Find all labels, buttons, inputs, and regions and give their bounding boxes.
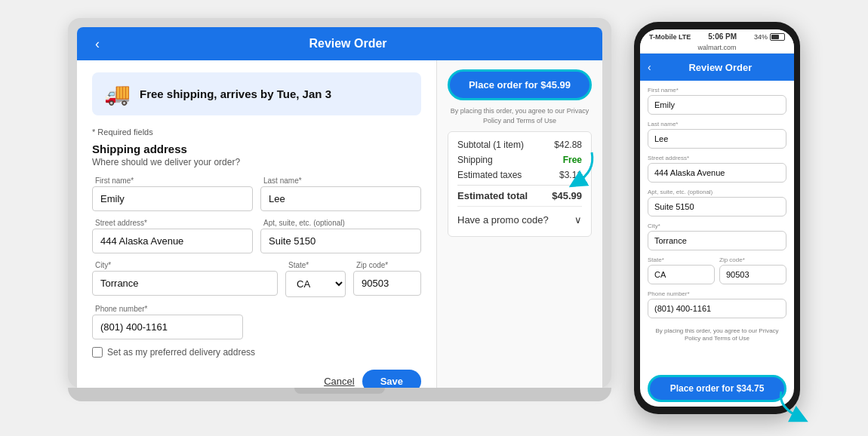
shipping-label: Shipping — [457, 155, 493, 165]
phone-back-button[interactable]: ‹ — [648, 61, 651, 73]
phone-screen: T-Mobile LTE 5:06 PM 34% walmart.com ‹ R… — [640, 29, 794, 407]
page-title: Review Order — [106, 37, 590, 51]
phone-body: T-Mobile LTE 5:06 PM 34% walmart.com ‹ R… — [634, 22, 800, 414]
city-input[interactable] — [92, 271, 278, 296]
preferred-address-label: Set as my preferred delivery address — [107, 347, 255, 358]
battery-icon — [770, 33, 785, 41]
right-panel: Place order for $45.99 By placing this o… — [436, 60, 602, 388]
left-panel: 🚚 Free shipping, arrives by Tue, Jan 3 *… — [77, 60, 436, 388]
phone-terms-text: By placing this order, you agree to our … — [648, 324, 786, 346]
phone-apt-input[interactable] — [648, 197, 786, 216]
phone-apt-field: Apt, suite, etc. (optional) — [648, 189, 786, 216]
street-label: Street address* — [92, 219, 253, 227]
phone-street-input[interactable] — [648, 163, 786, 183]
phone-state-zip-row: State* Zip code* — [648, 256, 786, 290]
street-field: Street address* — [92, 219, 253, 253]
zip-field: Zip code* — [353, 261, 421, 297]
truck-icon: 🚚 — [104, 81, 131, 106]
zip-input[interactable] — [353, 271, 421, 296]
phone-state-field: State* — [648, 256, 715, 284]
phone-row: Phone number* — [92, 305, 421, 339]
laptop-body: ‹ Review Order 🚚 Free shipping, arrives … — [68, 18, 611, 388]
taxes-row: Estimated taxes $3.11 — [457, 170, 582, 180]
subtotal-row: Subtotal (1 item) $42.88 — [457, 140, 582, 150]
preferred-address-checkbox[interactable] — [92, 347, 103, 358]
apt-field: Apt, suite, etc. (optional) — [260, 219, 421, 253]
total-row: Estimated total $45.99 — [457, 185, 582, 201]
phone-first-name-field: First name* — [648, 87, 786, 115]
laptop-content-area: 🚚 Free shipping, arrives by Tue, Jan 3 *… — [77, 60, 602, 388]
battery-indicator: 34% — [754, 33, 785, 41]
place-order-button[interactable]: Place order for $45.99 — [448, 69, 592, 100]
terms-text: By placing this order, you agree to our … — [448, 106, 592, 125]
back-button[interactable]: ‹ — [89, 33, 106, 55]
phone-label: Phone number* — [92, 305, 243, 313]
url-text: walmart.com — [697, 44, 736, 51]
phone-page-title: Review Order — [654, 62, 786, 73]
last-name-label: Last name* — [260, 177, 421, 185]
apt-input[interactable] — [260, 229, 421, 253]
url-bar[interactable]: walmart.com — [640, 42, 794, 54]
phone-arrow-annotation — [774, 384, 815, 425]
last-name-input[interactable] — [260, 186, 421, 211]
shipping-section-title: Shipping address — [92, 143, 421, 155]
city-field: City* — [92, 261, 278, 297]
phone-last-name-field: Last name* — [648, 121, 786, 149]
phone-city-input[interactable] — [648, 231, 786, 250]
phone-device: T-Mobile LTE 5:06 PM 34% walmart.com ‹ R… — [634, 22, 800, 414]
promo-row[interactable]: Have a promo code? ∨ — [457, 206, 582, 229]
form-actions: Cancel Save — [92, 370, 421, 388]
phone-phone-field: Phone number* — [648, 290, 786, 318]
taxes-label: Estimated taxes — [457, 170, 522, 180]
phone-street-field: Street address* — [648, 155, 786, 183]
phone-state-label: State* — [648, 256, 715, 263]
shipping-row: Shipping Free — [457, 155, 582, 165]
last-name-field: Last name* — [260, 177, 421, 211]
phone-first-name-input[interactable] — [648, 95, 786, 115]
laptop-screen: ‹ Review Order 🚚 Free shipping, arrives … — [77, 27, 602, 388]
subtotal-value: $42.88 — [554, 140, 582, 150]
apt-label: Apt, suite, etc. (optional) — [260, 219, 421, 227]
save-button[interactable]: Save — [362, 370, 421, 388]
phone-status-bar: T-Mobile LTE 5:06 PM 34% — [640, 29, 794, 42]
laptop-top-bar: ‹ Review Order — [77, 27, 602, 60]
phone-city-label: City* — [648, 223, 786, 229]
phone-street-label: Street address* — [648, 155, 786, 161]
shipping-banner: 🚚 Free shipping, arrives by Tue, Jan 3 — [92, 72, 421, 115]
phone-form-content: First name* Last name* Street address* A… — [640, 81, 794, 367]
phone-state-input[interactable] — [648, 265, 715, 284]
shipping-text: Free shipping, arrives by Tue, Jan 3 — [140, 88, 331, 100]
laptop-device: ‹ Review Order 🚚 Free shipping, arrives … — [68, 18, 611, 418]
taxes-value: $3.11 — [559, 170, 582, 180]
promo-label: Have a promo code? — [457, 214, 549, 226]
name-row: First name* Last name* — [92, 177, 421, 211]
preferred-address-row: Set as my preferred delivery address — [92, 347, 421, 358]
street-input[interactable] — [92, 229, 253, 253]
order-summary: Subtotal (1 item) $42.88 Shipping Free E… — [448, 131, 592, 237]
phone-zip-label: Zip code* — [719, 256, 786, 263]
address-row: Street address* Apt, suite, etc. (option… — [92, 219, 421, 253]
phone-last-name-input[interactable] — [648, 129, 786, 149]
phone-phone-input[interactable] — [648, 299, 786, 318]
phone-field: Phone number* — [92, 305, 243, 339]
subtotal-label: Subtotal (1 item) — [457, 140, 524, 150]
shipping-section-subtitle: Where should we deliver your order? — [92, 157, 421, 167]
laptop-base — [68, 388, 611, 401]
battery-fill — [771, 35, 779, 39]
phone-last-name-label: Last name* — [648, 121, 786, 127]
phone-apt-label: Apt, suite, etc. (optional) — [648, 189, 786, 195]
carrier-text: T-Mobile LTE — [649, 33, 691, 41]
phone-place-order-button[interactable]: Place order for $34.75 — [648, 375, 786, 402]
phone-top-bar: ‹ Review Order — [640, 54, 794, 81]
total-label: Estimated total — [457, 190, 528, 201]
phone-zip-input[interactable] — [719, 265, 786, 284]
required-note: * Required fields — [92, 127, 421, 137]
phone-first-name-label: First name* — [648, 87, 786, 94]
city-label: City* — [92, 261, 278, 269]
phone-input[interactable] — [92, 315, 243, 339]
first-name-label: First name* — [92, 177, 253, 185]
state-select[interactable]: CA — [285, 271, 346, 297]
state-label: State* — [285, 261, 346, 269]
cancel-button[interactable]: Cancel — [324, 370, 354, 388]
first-name-input[interactable] — [92, 186, 253, 211]
